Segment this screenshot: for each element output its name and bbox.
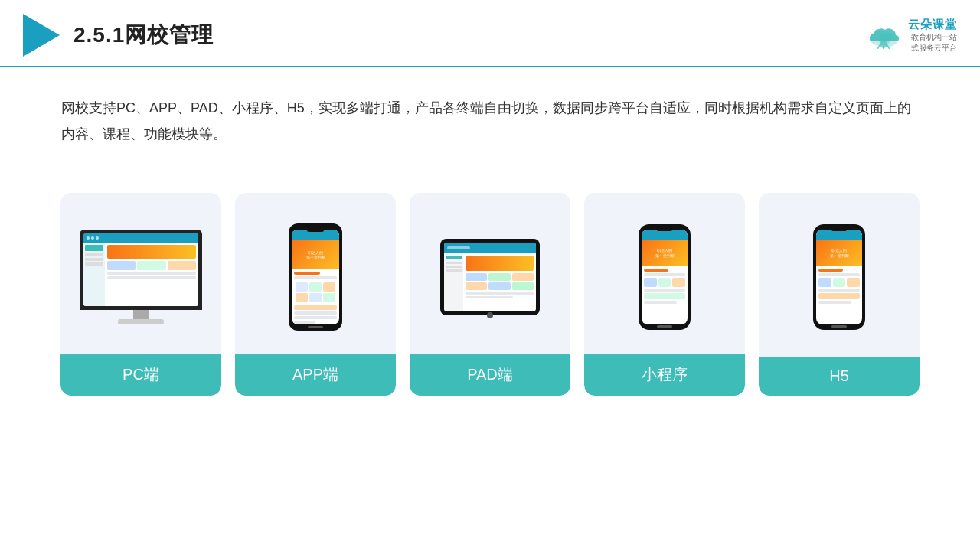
miniapp-home-bar [657, 325, 672, 328]
pc-monitor [80, 230, 202, 310]
card-miniapp: 职达人的第一堂判断 [584, 193, 745, 396]
miniapp-phone-screen: 职达人的第一堂判断 [642, 230, 688, 324]
pad-body [440, 239, 540, 315]
brand-tagline: 教育机构一站式服务云平台 [908, 32, 957, 54]
brand-name: 云朵课堂 [908, 18, 957, 32]
logo-triangle-icon [23, 14, 60, 57]
app-label: APP端 [235, 354, 396, 396]
h5-device-mock: 职达人的第一堂判断 [813, 224, 865, 330]
pc-label: PC端 [60, 354, 221, 396]
miniapp-phone-notch [657, 228, 672, 231]
pc-image-area [60, 193, 221, 354]
h5-phone-screen: 职达人的第一堂判断 [816, 230, 862, 324]
card-app: 职达人的第一堂判断 [235, 193, 396, 396]
pc-device-mock [80, 230, 202, 324]
miniapp-device-mock: 职达人的第一堂判断 [639, 224, 691, 330]
header-right: 云朵课堂 教育机构一站式服务云平台 [864, 18, 957, 54]
h5-image-area: 职达人的第一堂判断 [759, 193, 920, 354]
description-text: 网校支持PC、APP、PAD、小程序、H5，实现多端打通，产品各终端自由切换，数… [0, 67, 980, 162]
app-device-mock: 职达人的第一堂判断 [289, 223, 342, 331]
h5-label: H5 [759, 357, 920, 396]
phone-body: 职达人的第一堂判断 [289, 223, 342, 331]
pc-stand [133, 310, 149, 319]
miniapp-label: 小程序 [584, 354, 745, 396]
pc-base [118, 319, 164, 324]
app-image-area: 职达人的第一堂判断 [235, 193, 396, 354]
brand-logo: 云朵课堂 教育机构一站式服务云平台 [864, 18, 957, 54]
cloud-icon [864, 21, 903, 49]
pad-screen [444, 243, 536, 311]
card-pc: PC端 [60, 193, 221, 396]
page-title: 2.5.1网校管理 [74, 21, 214, 50]
brand-text: 云朵课堂 教育机构一站式服务云平台 [908, 18, 957, 54]
pad-label: PAD端 [410, 354, 570, 396]
h5-phone-body: 职达人的第一堂判断 [813, 224, 865, 330]
header: 2.5.1网校管理 云朵课堂 教育机构一站式服务云平台 [0, 0, 980, 67]
miniapp-phone-body: 职达人的第一堂判断 [639, 224, 691, 330]
pc-screen [83, 233, 198, 306]
h5-phone-notch [831, 228, 847, 231]
card-pad: PAD端 [410, 193, 570, 396]
phone-screen: 职达人的第一堂判断 [292, 230, 339, 324]
pad-image-area [410, 193, 570, 354]
h5-home-bar [831, 325, 847, 328]
cards-container: PC端 职达人的第一堂判断 [0, 170, 980, 419]
card-h5: 职达人的第一堂判断 [759, 193, 920, 396]
pad-device-mock [440, 239, 540, 315]
pad-home-button [487, 312, 493, 318]
phone-home-bar [308, 326, 323, 328]
phone-notch [307, 228, 324, 232]
header-left: 2.5.1网校管理 [23, 14, 214, 57]
miniapp-image-area: 职达人的第一堂判断 [584, 193, 745, 354]
